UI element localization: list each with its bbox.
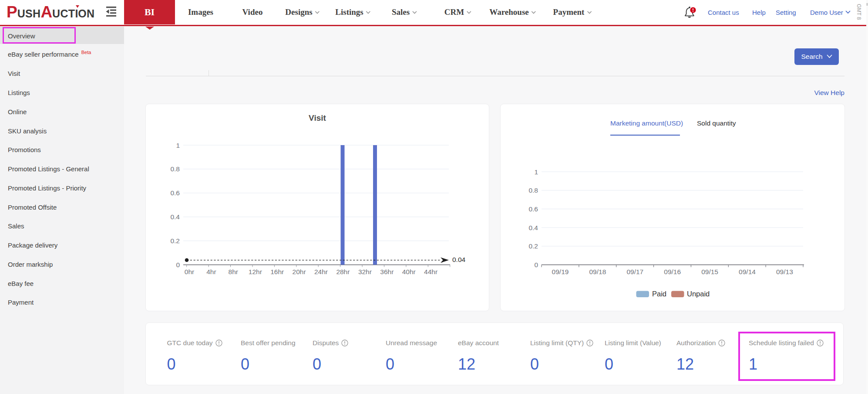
svg-text:Paid: Paid [652,290,666,298]
svg-text:09/15: 09/15 [701,268,718,275]
svg-text:0.6: 0.6 [528,205,538,213]
svg-text:1: 1 [534,168,538,176]
svg-text:09/18: 09/18 [589,268,606,275]
svg-text:40hr: 40hr [402,268,416,275]
svg-text:0.2: 0.2 [528,242,538,250]
svg-text:24hr: 24hr [314,268,328,275]
svg-text:Unpaid: Unpaid [687,290,710,298]
svg-text:0.6: 0.6 [170,189,180,197]
svg-text:0.4: 0.4 [528,224,538,231]
svg-text:12hr: 12hr [249,268,262,275]
svg-text:0: 0 [534,261,538,268]
svg-text:09/13: 09/13 [776,268,793,275]
svg-text:16hr: 16hr [270,268,284,275]
svg-text:0.8: 0.8 [170,165,180,173]
svg-text:44hr: 44hr [424,268,437,275]
svg-text:32hr: 32hr [358,268,372,275]
svg-text:8hr: 8hr [229,268,238,275]
svg-text:0hr: 0hr [185,268,194,275]
svg-text:0: 0 [176,261,180,268]
svg-text:09/19: 09/19 [552,268,569,275]
svg-text:20hr: 20hr [293,268,306,275]
svg-text:4hr: 4hr [206,268,216,275]
svg-text:0.4: 0.4 [170,213,180,221]
svg-text:0.04: 0.04 [452,256,466,263]
svg-text:0.8: 0.8 [528,187,538,194]
svg-text:36hr: 36hr [380,268,394,275]
svg-text:09/17: 09/17 [626,268,643,275]
svg-text:09/16: 09/16 [664,268,681,275]
svg-text:28hr: 28hr [336,268,350,275]
svg-text:1: 1 [176,142,180,149]
svg-text:09/14: 09/14 [739,268,756,275]
svg-text:0.2: 0.2 [170,237,180,245]
